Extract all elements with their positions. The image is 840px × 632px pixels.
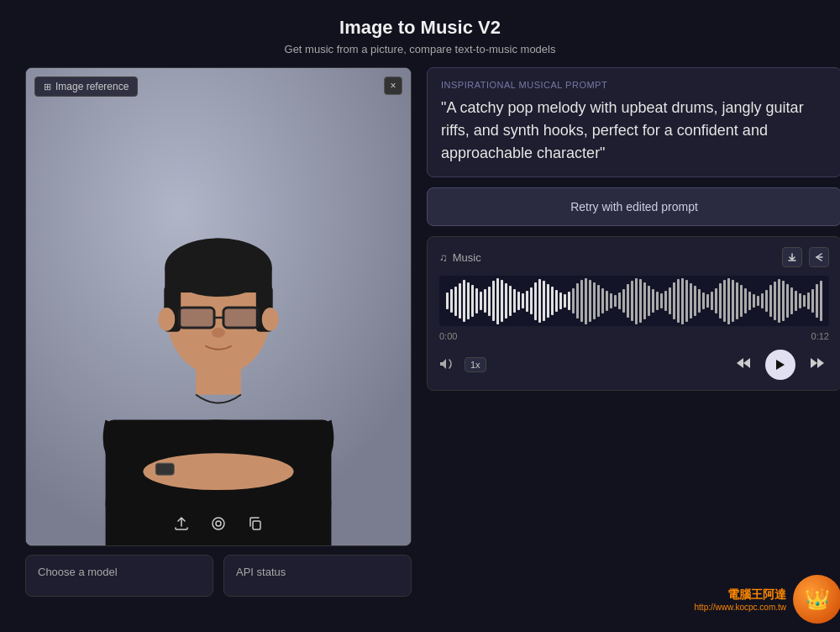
watermark-area: 電腦王阿達 http://www.kocpc.com.tw 👑: [427, 566, 840, 624]
choose-model-label: Choose a model: [38, 566, 201, 578]
svg-rect-7: [165, 267, 271, 292]
rewind-button[interactable]: [732, 353, 755, 377]
share-button[interactable]: [809, 247, 829, 267]
svg-rect-22: [253, 521, 260, 529]
image-container: ⊞ Image reference ×: [25, 67, 412, 546]
svg-marker-25: [743, 358, 750, 368]
settings-button[interactable]: [207, 512, 230, 535]
left-panel: ⊞ Image reference ×: [25, 67, 412, 624]
music-actions: [782, 247, 829, 267]
svg-point-11: [262, 308, 279, 331]
time-end: 0:12: [811, 331, 829, 341]
prompt-box: Inspirational musical prompt "A catchy p…: [427, 67, 840, 177]
prompt-label: Inspirational musical prompt: [441, 80, 827, 90]
svg-marker-27: [811, 358, 817, 368]
player-controls: 1x: [439, 350, 829, 380]
watermark-logo: 👑: [793, 575, 840, 624]
svg-point-21: [213, 518, 224, 529]
volume-button[interactable]: [439, 358, 454, 372]
speed-selector[interactable]: 1x: [465, 357, 486, 372]
download-button[interactable]: [782, 247, 802, 267]
copy-button[interactable]: [244, 512, 267, 535]
svg-rect-16: [224, 308, 258, 327]
svg-marker-28: [817, 358, 824, 368]
svg-rect-15: [180, 308, 213, 327]
prompt-text: "A catchy pop melody with upbeat drums, …: [441, 97, 827, 165]
svg-point-17: [212, 328, 225, 338]
watermark-text: 電腦王阿達 http://www.kocpc.com.tw: [695, 587, 786, 612]
time-start: 0:00: [439, 331, 457, 341]
person-svg: [26, 67, 411, 546]
api-status-label: API status: [236, 566, 399, 578]
page-title: Image to Music V2: [25, 17, 815, 39]
play-button[interactable]: [765, 350, 795, 380]
waveform-display[interactable]: [439, 276, 829, 326]
music-note-icon: ♫: [439, 251, 448, 264]
playback-controls: [732, 350, 829, 380]
image-icon: ⊞: [44, 82, 51, 92]
image-toolbar: [170, 512, 267, 535]
music-player-header: ♫ Music: [439, 247, 829, 267]
choose-model-panel: Choose a model: [25, 555, 213, 597]
bottom-panels: Choose a model API status: [25, 555, 412, 597]
image-reference-label: ⊞ Image reference: [34, 76, 138, 97]
svg-rect-19: [155, 463, 174, 475]
svg-point-20: [216, 521, 221, 526]
music-player: ♫ Music: [427, 236, 840, 391]
time-row: 0:00 0:12: [439, 331, 829, 341]
forward-button[interactable]: [806, 353, 829, 377]
svg-point-10: [158, 308, 175, 331]
close-image-button[interactable]: ×: [384, 76, 402, 95]
upload-button[interactable]: [170, 512, 193, 535]
music-label: ♫ Music: [439, 251, 481, 264]
right-panel: Inspirational musical prompt "A catchy p…: [427, 67, 840, 624]
api-status-panel: API status: [223, 555, 412, 597]
retry-button[interactable]: Retry with edited prompt: [427, 187, 840, 226]
svg-marker-24: [737, 358, 743, 368]
image-display: [26, 68, 411, 545]
svg-marker-26: [776, 360, 785, 370]
page-subtitle: Get music from a picture, compare text-t…: [25, 43, 815, 55]
